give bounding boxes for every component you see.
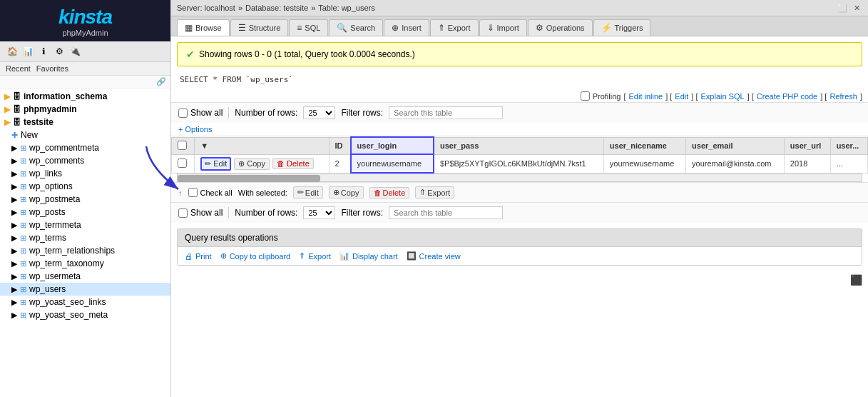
with-selected-copy[interactable]: ⊕ Copy <box>329 186 364 198</box>
sidebar-item-new[interactable]: ✚New <box>0 129 170 141</box>
table-icon: ⊞ <box>20 233 26 243</box>
scrollbar-thumb[interactable] <box>178 175 320 182</box>
table-icon: ⊞ <box>20 285 26 294</box>
print-action[interactable]: 🖨 Print <box>185 252 212 261</box>
sidebar-icons: 🏠 📊 ℹ ⚙ 🔌 <box>0 41 170 62</box>
table-header-row: ▼ ID user_login user_pass user_nicename … <box>172 137 868 154</box>
create-view-action[interactable]: 🔲 Create view <box>407 251 461 261</box>
settings-icon[interactable]: ⚙ <box>53 45 66 58</box>
bottom-right-area: ⬛ <box>171 271 868 288</box>
cell-user-email: youremail@kinsta.com <box>686 154 785 173</box>
recent-link[interactable]: Recent <box>6 64 31 73</box>
sidebar-item-wp_yoast_seo_meta[interactable]: ▶⊞wp_yoast_seo_meta <box>0 308 170 321</box>
row-checkbox[interactable] <box>178 159 187 168</box>
col-id[interactable]: ID <box>329 137 351 154</box>
with-selected-edit[interactable]: ✏ Edit <box>293 186 323 198</box>
copy-button[interactable]: ⊕ Copy <box>234 158 270 170</box>
edit-button[interactable]: ✏ Edit <box>200 157 231 171</box>
cell-user-pass: $P$Bjz5XYTgIGOLc6KMBkUt/djMN.7kst1 <box>434 154 603 173</box>
col-user-pass[interactable]: user_pass <box>434 137 603 154</box>
table-icon: ⊞ <box>20 182 26 191</box>
col-user-email[interactable]: user_email <box>686 137 785 154</box>
show-all-checkbox[interactable] <box>178 109 188 118</box>
sidebar-item-wp_links[interactable]: ▶⊞wp_links <box>0 167 170 180</box>
tab-search[interactable]: 🔍 Search <box>329 19 383 36</box>
data-table: ▼ ID user_login user_pass user_nicename … <box>171 136 868 174</box>
with-selected-label: With selected: <box>238 189 287 197</box>
show-all-label[interactable]: Show all <box>178 108 223 118</box>
content-area: ✔ Showing rows 0 - 0 (1 total, Query too… <box>171 36 868 397</box>
select-all-checkbox[interactable] <box>178 141 187 150</box>
tab-triggers[interactable]: ⚡ Triggers <box>593 19 651 36</box>
check-all-checkbox2[interactable] <box>188 188 198 197</box>
show-all-label-bottom[interactable]: Show all <box>178 208 223 218</box>
tab-operations[interactable]: ⚙ Operations <box>528 19 593 36</box>
sidebar-item-information_schema[interactable]: ▶🗄information_schema <box>0 90 170 103</box>
rows-per-page-select[interactable]: 25 50 100 <box>303 106 335 119</box>
table-row: ✏ Edit ⊕ Copy 🗑 Delete 2 yournewusername… <box>172 154 868 173</box>
fullscreen-icon[interactable]: ⬛ <box>850 274 862 286</box>
number-of-rows-label-bottom: Number of rows: <box>235 208 297 218</box>
col-sort[interactable]: ▼ <box>195 137 329 154</box>
tab-sql[interactable]: ≡ SQL <box>289 19 328 36</box>
home-icon[interactable]: 🏠 <box>6 45 19 58</box>
recent-favorites: Recent Favorites <box>0 62 170 76</box>
refresh-link[interactable]: Refresh <box>829 92 857 101</box>
chart-icon[interactable]: 📊 <box>21 45 34 58</box>
search-table-input-top[interactable] <box>389 106 503 119</box>
profiling-checkbox[interactable] <box>581 91 590 101</box>
row-actions: ✏ Edit ⊕ Copy 🗑 Delete <box>200 157 322 171</box>
delete-button[interactable]: 🗑 Delete <box>272 158 314 169</box>
tab-import[interactable]: ⇓ Import <box>479 19 527 36</box>
copy-clipboard-action[interactable]: ⊕ Copy to clipboard <box>220 251 291 261</box>
check-all-label[interactable]: Check all <box>188 188 233 197</box>
sidebar-item-wp_termmeta[interactable]: ▶⊞wp_termmeta <box>0 218 170 231</box>
sidebar-item-wp_posts[interactable]: ▶⊞wp_posts <box>0 206 170 218</box>
edit-inline-link[interactable]: Edit inline <box>628 92 663 101</box>
options-toggle[interactable]: + Options <box>171 123 868 136</box>
col-user-nicename[interactable]: user_nicename <box>603 137 685 154</box>
sql-tab-icon: ≡ <box>297 23 302 33</box>
search-table-input-bottom[interactable] <box>389 206 503 219</box>
edit-link[interactable]: Edit <box>675 92 688 101</box>
sidebar-link-area: 🔗 <box>0 76 170 89</box>
maximize-icon[interactable]: ⬜ <box>837 2 848 14</box>
tab-structure[interactable]: ☰ Structure <box>230 19 289 36</box>
sidebar-item-wp_usermeta[interactable]: ▶⊞wp_usermeta <box>0 270 170 283</box>
explain-sql-link[interactable]: Explain SQL <box>701 92 745 101</box>
db-cylinder-icon: 🗄 <box>13 105 21 114</box>
table-icon: ⊞ <box>20 246 26 256</box>
plugin-icon[interactable]: 🔌 <box>68 45 81 58</box>
create-php-link[interactable]: Create PHP code <box>757 92 817 101</box>
col-checkbox <box>172 137 195 154</box>
sidebar-item-wp_term_taxonomy[interactable]: ▶⊞wp_term_taxonomy <box>0 257 170 270</box>
close-window-icon[interactable]: ✕ <box>851 2 862 14</box>
show-all-checkbox-bottom[interactable] <box>178 208 188 218</box>
export-action[interactable]: ⇑ Export <box>299 251 331 261</box>
with-selected-delete[interactable]: 🗑 Delete <box>369 187 410 198</box>
info-icon[interactable]: ℹ <box>37 45 50 58</box>
tab-browse[interactable]: ▦ Browse <box>177 19 230 36</box>
display-chart-action[interactable]: 📊 Display chart <box>339 251 398 261</box>
sidebar-item-testsite[interactable]: ▶🗄testsite <box>0 116 170 129</box>
sidebar-item-wp_term_relationships[interactable]: ▶⊞wp_term_relationships <box>0 244 170 257</box>
tab-insert[interactable]: ⊕ Insert <box>384 19 429 36</box>
sidebar-item-wp_comments[interactable]: ▶⊞wp_comments <box>0 154 170 167</box>
db-cylinder-icon: 🗄 <box>13 118 21 126</box>
sidebar-item-wp_postmeta[interactable]: ▶⊞wp_postmeta <box>0 193 170 206</box>
with-selected-export[interactable]: ⇑ Export <box>415 186 454 198</box>
horizontal-scrollbar[interactable] <box>177 174 862 182</box>
sidebar-item-wp_terms[interactable]: ▶⊞wp_terms <box>0 231 170 244</box>
sidebar-item-wp_yoast_seo_links[interactable]: ▶⊞wp_yoast_seo_links <box>0 296 170 308</box>
sidebar-item-wp_commentmeta[interactable]: ▶⊞wp_commentmeta <box>0 141 170 154</box>
sidebar-item-wp_users[interactable]: ▶⊞wp_users <box>0 283 170 296</box>
print-icon: 🖨 <box>185 252 193 261</box>
col-user-more[interactable]: user... <box>830 137 867 154</box>
col-user-url[interactable]: user_url <box>784 137 830 154</box>
favorites-link[interactable]: Favorites <box>36 64 68 73</box>
rows-per-page-select-bottom[interactable]: 25 50 100 <box>303 206 335 219</box>
col-user-login[interactable]: user_login <box>351 137 434 154</box>
sidebar-item-phpmyadmin[interactable]: ▶🗄phpmyadmin <box>0 103 170 116</box>
tab-export[interactable]: ⇑ Export <box>430 19 479 36</box>
sidebar-item-wp_options[interactable]: ▶⊞wp_options <box>0 180 170 193</box>
